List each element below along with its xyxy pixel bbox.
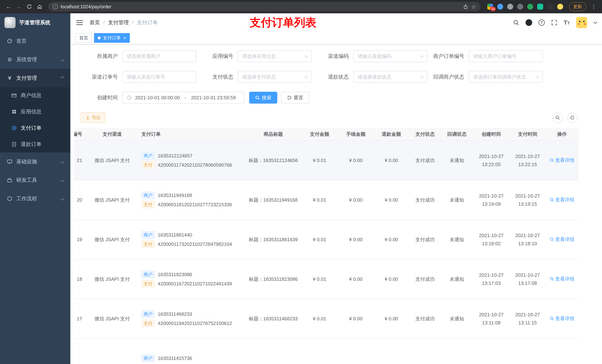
- filter-create-time: 创建时间 2021-10-01 00:00:00 - 2021-10-31 23…: [81, 92, 244, 104]
- sidebar-item-home[interactable]: 首页: [0, 32, 70, 50]
- cell-refund: ¥ 0.00: [374, 180, 409, 220]
- sidebar: 芋道管理系统 首页 ⚙ 系统管理 ¥ 支付管理: [0, 13, 70, 364]
- sidebar-item-devtools[interactable]: 研发工具: [0, 171, 70, 189]
- cell-title: 标题：1635311949168: [246, 180, 301, 220]
- sidebar-item-merchant-info[interactable]: 商户信息: [0, 87, 70, 104]
- view-detail-link[interactable]: 查看详情: [550, 236, 574, 243]
- reset-button[interactable]: 重置: [281, 92, 309, 104]
- col-refund: 退款金额: [374, 128, 409, 141]
- site-info-icon[interactable]: i: [53, 4, 58, 9]
- merchant-select[interactable]: 请选择所属商户: [122, 50, 196, 62]
- pay-status-select[interactable]: 请选择支付状态: [238, 71, 312, 83]
- cell-notify: 未通知: [441, 299, 473, 338]
- share-icon[interactable]: [463, 4, 468, 9]
- notify-status-select[interactable]: 请选择订单回调商户状态: [469, 71, 543, 83]
- sidebar-item-system[interactable]: ⚙ 系统管理: [0, 50, 70, 69]
- breadcrumb-home[interactable]: 首页: [90, 19, 100, 26]
- sidebar-toggle-icon[interactable]: [76, 20, 83, 25]
- placeholder-text: 请选择所属商户: [127, 53, 160, 60]
- sidebar-item-pay-order[interactable]: 支付订单: [0, 120, 70, 136]
- export-button-label: 导出: [92, 115, 101, 121]
- date-range-input[interactable]: 2021-10-01 00:00:00 - 2021-10-31 23:59:5…: [122, 92, 244, 104]
- extension-icon-blue[interactable]: [497, 4, 503, 10]
- view-detail-link[interactable]: 查看详情: [550, 276, 574, 282]
- help-icon[interactable]: ?: [538, 20, 545, 26]
- bookmark-star-icon[interactable]: ☆: [471, 3, 476, 10]
- active-dot: [98, 36, 101, 39]
- merchant-order-no-input[interactable]: 请输入商户订单编号: [469, 50, 543, 62]
- home-icon[interactable]: [35, 2, 44, 11]
- browser-menu-icon[interactable]: ⋮: [589, 3, 598, 10]
- breadcrumb-section[interactable]: 支付管理: [108, 19, 129, 26]
- cell-amount: ¥ 0.01: [301, 299, 338, 338]
- channel-code-select[interactable]: 请输入渠道编码: [353, 50, 427, 62]
- sidebar-item-label: 首页: [16, 38, 27, 45]
- cell-title: 标题：1635311468233: [246, 299, 301, 338]
- refund-status-select[interactable]: 请选择退款状态: [353, 71, 427, 83]
- chevron-down-icon[interactable]: [593, 20, 597, 24]
- extension-icon-green-2[interactable]: [537, 4, 543, 10]
- placeholder-text: 请选择应用信息: [242, 53, 276, 60]
- close-icon[interactable]: ×: [123, 35, 126, 41]
- aim-icon: [11, 125, 17, 131]
- address-bar[interactable]: i localhost:1024/pay/order ☆: [48, 2, 481, 11]
- merchant-order-no: 1635311468233: [158, 310, 192, 318]
- channel-transaction-no: 4200001194202110276752100612: [158, 320, 232, 327]
- cell-title: 标题：1635311881439: [246, 220, 301, 259]
- col-create-time: 创建时间: [473, 128, 510, 141]
- github-icon[interactable]: [526, 19, 532, 26]
- merchant-tag: 商户: [141, 354, 155, 362]
- sidebar-item-workflow[interactable]: 工作流程: [0, 189, 70, 208]
- user-avatar[interactable]: [576, 17, 587, 28]
- table-row: 17 微信 JSAPI 支付 商户1635311468233 支付4200001…: [74, 299, 579, 338]
- extension-icon-gray-1[interactable]: [507, 4, 513, 10]
- extensions-grid-icon[interactable]: 10: [487, 4, 493, 10]
- font-size-icon[interactable]: TT: [564, 20, 570, 26]
- channel-order-no-input[interactable]: 请输入渠道订单号: [122, 71, 196, 83]
- sidebar-logo-row: 芋道管理系统: [0, 13, 70, 32]
- search-icon[interactable]: [513, 20, 519, 26]
- view-detail-link[interactable]: 查看详情: [550, 197, 574, 203]
- chevron-down-icon: [61, 58, 64, 62]
- cell-status: 支付成功: [409, 141, 441, 180]
- refresh-icon[interactable]: [567, 113, 578, 123]
- tab-pay-order[interactable]: 支付订单 ×: [94, 33, 130, 43]
- filter-notify-status: 回调商户状态 请选择订单回调商户状态: [427, 71, 543, 83]
- view-detail-link[interactable]: 查看详情: [550, 157, 574, 164]
- forward-icon[interactable]: →: [14, 2, 24, 11]
- clock-icon: [127, 95, 132, 100]
- toolbar-right: [552, 113, 578, 123]
- col-amount: 支付金额: [301, 128, 338, 141]
- breadcrumb-current: 支付订单: [137, 19, 158, 26]
- search-button-label: 搜索: [262, 94, 271, 101]
- cell-id: 17: [74, 299, 88, 338]
- back-icon[interactable]: ←: [4, 2, 13, 11]
- export-button[interactable]: 导出: [81, 113, 106, 123]
- sidebar-item-pay[interactable]: ¥ 支付管理: [0, 69, 70, 87]
- cell-status: 支付成功: [409, 180, 441, 220]
- sidebar-item-app-info[interactable]: 应用信息: [0, 104, 70, 120]
- app-select[interactable]: 请选择应用信息: [238, 50, 312, 62]
- reload-icon[interactable]: [24, 2, 34, 11]
- cell-actions: 查看详情: [545, 141, 579, 180]
- extension-icon-green-1[interactable]: [527, 4, 533, 10]
- cell-refund: ¥ 0.00: [374, 299, 409, 338]
- filter-channel-order-no: 渠道订单号 请输入渠道订单号: [81, 71, 196, 83]
- merchant-order-no: 1635311823086: [158, 271, 192, 278]
- browser-update-button[interactable]: 更新: [569, 2, 586, 11]
- extension-icon-gray-2[interactable]: [517, 4, 523, 10]
- toggle-search-icon[interactable]: [552, 113, 563, 123]
- filter-label: 渠道编码: [312, 53, 353, 60]
- cell-notify: 未通知: [441, 220, 473, 259]
- fullscreen-icon[interactable]: [551, 20, 557, 26]
- sidebar-item-infra[interactable]: 基础设施: [0, 152, 70, 171]
- cell-id: 20: [74, 180, 88, 220]
- pay-tag: 支付: [141, 320, 155, 327]
- tab-home[interactable]: 首页: [75, 33, 92, 43]
- browser-profile-avatar[interactable]: [557, 4, 563, 10]
- search-button[interactable]: 搜索: [249, 92, 277, 104]
- view-detail-link[interactable]: 查看详情: [550, 315, 574, 322]
- sidebar-item-refund-order[interactable]: 退款订单: [0, 136, 70, 152]
- extension-icon-dark[interactable]: [547, 4, 553, 10]
- table-row-partial: 商户1635311415736: [74, 338, 579, 364]
